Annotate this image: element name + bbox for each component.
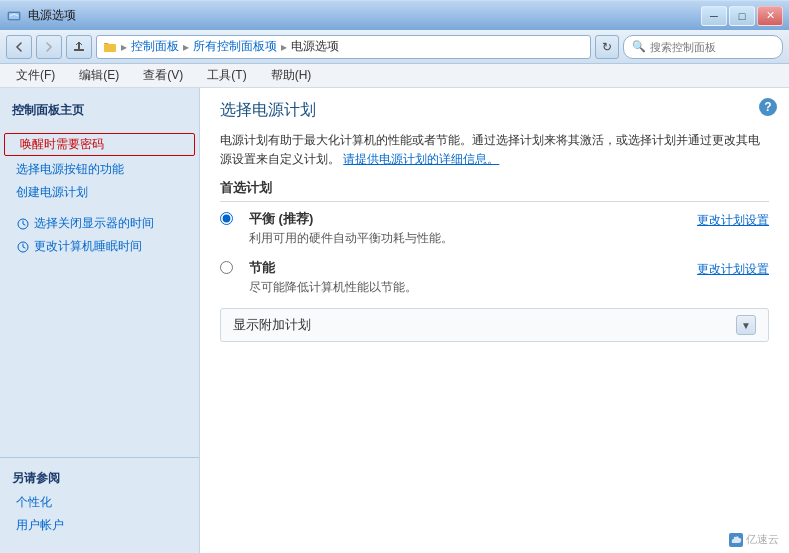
watermark-text: 亿速云 — [746, 532, 779, 547]
forward-button[interactable] — [36, 35, 62, 59]
menu-help[interactable]: 帮助(H) — [263, 65, 320, 86]
search-icon: 🔍 — [632, 40, 646, 53]
plan-energy-change-link[interactable]: 更改计划设置 — [697, 261, 769, 278]
addressbar: ▸ 控制面板 ▸ 所有控制面板项 ▸ 电源选项 ↻ 🔍 — [0, 30, 789, 64]
menubar: 文件(F) 编辑(E) 查看(V) 工具(T) 帮助(H) — [0, 64, 789, 88]
up-button[interactable] — [66, 35, 92, 59]
plan-balanced-details: 平衡 (推荐) 利用可用的硬件自动平衡功耗与性能。 — [249, 210, 697, 247]
watermark: 亿速云 — [729, 532, 779, 547]
plan-balanced-row: 平衡 (推荐) 利用可用的硬件自动平衡功耗与性能。 更改计划设置 — [220, 210, 769, 247]
sidebar-link-personalize[interactable]: 个性化 — [0, 491, 199, 514]
main-area: 控制面板主页 唤醒时需要密码 选择电源按钮的功能 创建电源计划 选择关闭显示器的… — [0, 88, 789, 553]
folder-icon — [103, 40, 117, 54]
search-input[interactable] — [650, 41, 774, 53]
sidebar-link-power-button[interactable]: 选择电源按钮的功能 — [0, 158, 199, 181]
plan-balanced-left: 平衡 (推荐) 利用可用的硬件自动平衡功耗与性能。 — [220, 210, 697, 247]
also-title: 另请参阅 — [0, 466, 199, 491]
titlebar-controls: ─ □ ✕ — [701, 6, 783, 26]
watermark-icon — [729, 533, 743, 547]
plan-energy-name: 节能 — [249, 259, 697, 277]
breadcrumb-sep2: ▸ — [183, 40, 189, 54]
titlebar-title: 电源选项 — [28, 7, 76, 24]
section-label: 首选计划 — [220, 179, 769, 202]
sidebar-link-user-accounts[interactable]: 用户帐户 — [0, 514, 199, 537]
sidebar-link-create-plan[interactable]: 创建电源计划 — [0, 181, 199, 204]
show-additional-plans[interactable]: 显示附加计划 ▼ — [220, 308, 769, 342]
sidebar-main-title: 控制面板主页 — [0, 96, 199, 123]
sidebar: 控制面板主页 唤醒时需要密码 选择电源按钮的功能 创建电源计划 选择关闭显示器的… — [0, 88, 200, 553]
plan-balanced-radio[interactable] — [220, 212, 233, 225]
window-icon — [6, 8, 22, 24]
titlebar: 电源选项 ─ □ ✕ — [0, 0, 789, 30]
plan-balanced-name: 平衡 (推荐) — [249, 210, 697, 228]
breadcrumb: ▸ 控制面板 ▸ 所有控制面板项 ▸ 电源选项 — [96, 35, 591, 59]
breadcrumb-current: 电源选项 — [291, 38, 339, 55]
refresh-button[interactable]: ↻ — [595, 35, 619, 59]
plan-balanced-change-link[interactable]: 更改计划设置 — [697, 212, 769, 229]
sidebar-link-sleep-time[interactable]: 更改计算机睡眠时间 — [0, 235, 199, 258]
breadcrumb-sep1: ▸ — [121, 40, 127, 54]
sleep-icon — [16, 240, 30, 254]
search-bar: 🔍 — [623, 35, 783, 59]
plan-energy-details: 节能 尽可能降低计算机性能以节能。 — [249, 259, 697, 296]
menu-edit[interactable]: 编辑(E) — [71, 65, 127, 86]
plan-energy-desc: 尽可能降低计算机性能以节能。 — [249, 279, 697, 296]
svg-rect-2 — [74, 49, 84, 51]
help-button[interactable]: ? — [759, 98, 777, 116]
minimize-button[interactable]: ─ — [701, 6, 727, 26]
chevron-down-icon[interactable]: ▼ — [736, 315, 756, 335]
close-button[interactable]: ✕ — [757, 6, 783, 26]
breadcrumb-control-panel[interactable]: 控制面板 — [131, 38, 179, 55]
content-area: ? 选择电源计划 电源计划有助于最大化计算机的性能或者节能。通过选择计划来将其激… — [200, 88, 789, 553]
titlebar-left: 电源选项 — [6, 7, 76, 24]
sidebar-also-section: 另请参阅 个性化 用户帐户 — [0, 457, 199, 545]
sidebar-link-display-time[interactable]: 选择关闭显示器的时间 — [0, 212, 199, 235]
content-description: 电源计划有助于最大化计算机的性能或者节能。通过选择计划来将其激活，或选择计划并通… — [220, 131, 769, 169]
plan-energy-radio[interactable] — [220, 261, 233, 274]
back-button[interactable] — [6, 35, 32, 59]
maximize-button[interactable]: □ — [729, 6, 755, 26]
menu-view[interactable]: 查看(V) — [135, 65, 191, 86]
details-link[interactable]: 请提供电源计划的详细信息。 — [343, 152, 499, 166]
breadcrumb-sep3: ▸ — [281, 40, 287, 54]
show-additional-text: 显示附加计划 — [233, 316, 311, 334]
breadcrumb-all-items[interactable]: 所有控制面板项 — [193, 38, 277, 55]
menu-tools[interactable]: 工具(T) — [199, 65, 254, 86]
display-icon — [16, 217, 30, 231]
menu-file[interactable]: 文件(F) — [8, 65, 63, 86]
sidebar-link-wakeup-password[interactable]: 唤醒时需要密码 — [4, 133, 195, 156]
content-title: 选择电源计划 — [220, 100, 769, 121]
plan-balanced-desc: 利用可用的硬件自动平衡功耗与性能。 — [249, 230, 697, 247]
plan-energy-row: 节能 尽可能降低计算机性能以节能。 更改计划设置 — [220, 259, 769, 296]
plan-energy-left: 节能 尽可能降低计算机性能以节能。 — [220, 259, 697, 296]
svg-rect-4 — [104, 44, 116, 52]
